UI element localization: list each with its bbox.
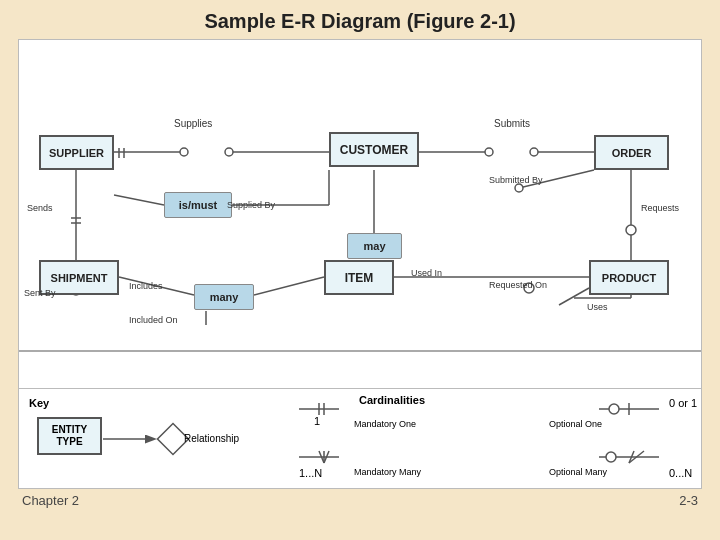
label-supplies: Supplies [174, 118, 212, 129]
legend-key-label: Key [29, 397, 49, 409]
separator-line [19, 350, 701, 352]
legend-area: Key ENTITY TYPE Relationship Cardinaliti… [18, 389, 702, 489]
legend-1n-label: 1...N [299, 467, 322, 479]
footer-chapter: Chapter 2 [22, 493, 79, 508]
svg-line-17 [254, 277, 324, 295]
legend-entity-type: ENTITY TYPE [37, 417, 102, 455]
svg-point-27 [485, 148, 493, 156]
label-submitted-by: Submitted By [489, 175, 543, 185]
slide: Sample E-R Diagram (Figure 2-1) [0, 0, 720, 540]
footer: Chapter 2 2-3 [0, 489, 720, 512]
svg-line-9 [114, 195, 164, 205]
label-sent-by: Sent By [24, 288, 56, 298]
label-sends: Sends [27, 203, 53, 213]
legend-relationship-label: Relationship [184, 433, 239, 444]
svg-line-43 [319, 451, 324, 463]
label-requests: Requests [641, 203, 679, 213]
svg-line-44 [324, 451, 329, 463]
label-submits: Submits [494, 118, 530, 129]
svg-point-8 [626, 225, 636, 235]
label-includes: Includes [129, 281, 163, 291]
rel-is-must: is/must [164, 192, 232, 218]
legend-one-label: 1 [314, 415, 320, 427]
svg-point-30 [515, 184, 523, 192]
svg-point-46 [606, 452, 616, 462]
entity-item: ITEM [324, 260, 394, 295]
svg-line-47 [629, 451, 634, 463]
entity-product: PRODUCT [589, 260, 669, 295]
svg-line-48 [629, 451, 644, 463]
legend-0or1-label: 0 or 1 [669, 397, 697, 409]
label-uses: Uses [587, 302, 608, 312]
entity-customer: CUSTOMER [329, 132, 419, 167]
legend-optional-many-label: Optional Many [549, 467, 607, 477]
legend-mandatory-many-label: Mandatory Many [354, 467, 421, 477]
legend-0n-label: 0...N [669, 467, 692, 479]
entity-supplier: SUPPLIER [39, 135, 114, 170]
label-requested-on: Requested On [489, 280, 547, 290]
legend-optional-one-label: Optional One [549, 419, 602, 429]
svg-point-25 [180, 148, 188, 156]
slide-title: Sample E-R Diagram (Figure 2-1) [0, 0, 720, 39]
label-included-on: Included On [129, 315, 178, 325]
svg-point-28 [530, 148, 538, 156]
label-supplied-by: Supplied By [227, 200, 275, 210]
svg-point-39 [609, 404, 619, 414]
legend-mandatory-one-label: Mandatory One [354, 419, 416, 429]
entity-type-label: ENTITY TYPE [52, 424, 88, 448]
entity-order: ORDER [594, 135, 669, 170]
diagram-svg [19, 40, 701, 388]
cardinalities-label: Cardinalities [359, 394, 425, 406]
rel-may: may [347, 233, 402, 259]
svg-point-26 [225, 148, 233, 156]
footer-page: 2-3 [679, 493, 698, 508]
diagram-area: SUPPLIER CUSTOMER ORDER SHIPMENT ITEM PR… [18, 39, 702, 389]
rel-many: many [194, 284, 254, 310]
label-used-in: Used In [411, 268, 442, 278]
svg-line-21 [559, 288, 589, 305]
